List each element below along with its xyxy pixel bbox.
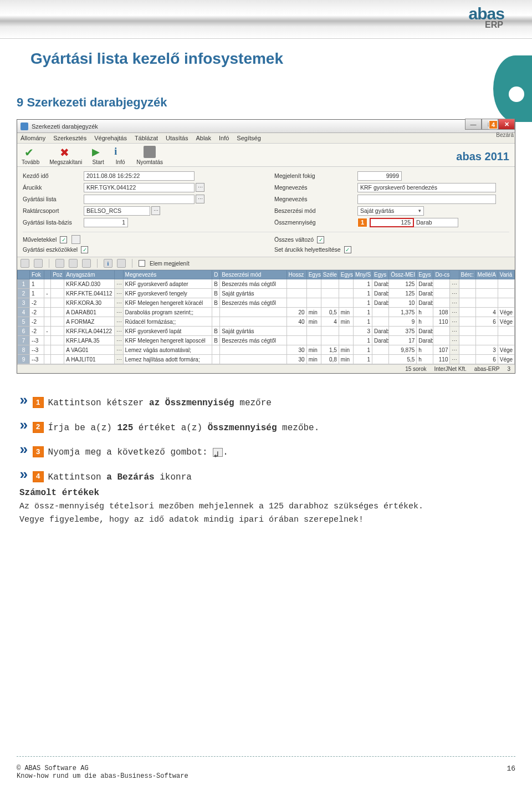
picker-cell[interactable]: ⋯ [450,355,459,364]
grid-header-cell[interactable] [18,271,30,279]
picker-cell[interactable]: ⋯ [450,279,459,289]
grid-header-cell[interactable]: Anyagszám [64,271,114,279]
picker-cell[interactable]: ⋯ [450,298,459,308]
grid-header-cell[interactable]: Do-cs [433,271,450,279]
menu-item[interactable]: Állomány [21,135,45,141]
grid-header-cell[interactable]: Hossz [287,271,306,279]
grid-header-cell[interactable]: Egys [417,271,433,279]
picker-cell[interactable]: ⋯ [114,279,123,289]
picker-cell[interactable]: ⋯ [114,289,123,298]
table-row[interactable]: 3-2KRF.KORA.30⋯KRF Melegen hengerelt kör… [18,298,515,308]
field-raktarcsoport[interactable]: BELSO_RCS [84,206,150,216]
grid-header-cell[interactable] [44,271,51,279]
row-number-cell[interactable]: 1 [18,279,30,289]
field-osszmennyiseg[interactable]: 125 [370,218,414,227]
grid-btn[interactable] [55,259,64,268]
grid-btn[interactable] [21,259,29,268]
grid-header-cell[interactable]: Mellé/A [475,271,498,279]
grid-header-cell[interactable] [114,271,123,279]
row-number-cell[interactable]: 8 [18,345,30,355]
table-row[interactable]: 21-KRF.FKTE.044112⋯KRF gyorskeverő tenge… [18,289,515,298]
picker-cell[interactable]: ⋯ [114,327,123,336]
table-row[interactable]: 6-2-KRF.FKLA.044122⋯KRF gyorskeverő lapá… [18,327,515,336]
menu-item[interactable]: Infó [219,135,229,141]
field-beszerzesi-mod[interactable]: Saját gyártás [357,206,424,216]
field-bazis[interactable]: 1 [84,218,128,227]
tool-cancel[interactable]: ✖Megszakítani [49,146,82,165]
picker-cell[interactable]: ⋯ [114,317,123,327]
row-number-cell[interactable]: 2 [18,289,30,298]
grid-btn[interactable] [69,259,78,268]
menu-item[interactable]: Szerkesztés [53,135,86,141]
table-row[interactable]: 7--3KRF.LAPA.35⋯KRF Melegen hengerelt la… [18,336,515,345]
picker-icon[interactable]: ⋯ [196,195,204,203]
menu-item[interactable]: Végrehajtás [94,135,127,141]
checkbox-osszes-valtozo[interactable]: ✓ [317,236,324,243]
grid-btn[interactable] [82,259,91,268]
grid-btn-info[interactable]: i [104,259,112,268]
row-number-cell[interactable]: 9 [18,355,30,364]
table-row[interactable]: 4-2A DARAB01⋯Darabolás program szerint;;… [18,308,515,317]
picker-icon[interactable]: ⋯ [196,183,204,192]
picker-cell[interactable]: ⋯ [114,298,123,308]
checkbox-eszkozokkel[interactable]: ✓ [81,246,88,253]
grid-header-cell[interactable]: Egys [306,271,321,279]
field-gyartasi-lista[interactable] [84,195,195,204]
tool-start[interactable]: ▶Start [92,146,104,165]
row-number-cell[interactable]: 3 [18,298,30,308]
grid-header-cell[interactable]: Megnevezés [123,271,212,279]
picker-cell[interactable]: ⋯ [450,327,459,336]
row-number-cell[interactable]: 6 [18,327,30,336]
grid-btn[interactable] [34,259,43,268]
picker-cell[interactable]: ⋯ [450,308,459,317]
menu-item[interactable]: Ablak [196,135,211,141]
table-row[interactable]: 11KRF.KAD.030⋯KRF gyorskeverő adapterBBe… [18,279,515,289]
grid-btn[interactable] [117,259,126,268]
grid-header-cell[interactable]: Egys [372,271,389,279]
checkbox-set-arucikk[interactable]: ✓ [344,246,351,253]
grid-header-cell[interactable]: Variá [498,271,514,279]
row-number-cell[interactable]: 5 [18,317,30,327]
picker-cell[interactable]: ⋯ [114,308,123,317]
field-arucikk[interactable]: KRF.TGYK.044122 [84,183,195,192]
window-titlebar[interactable]: Szerkezeti darabjegyzék — □ ✕ 4 [17,120,515,133]
picker-cell[interactable]: ⋯ [114,345,123,355]
menu-item[interactable]: Segítség [237,135,260,141]
field-megnevezes[interactable]: KRF gyorskeverő berendezés [357,183,496,192]
picker-cell[interactable]: ⋯ [114,336,123,345]
grid-header-cell[interactable]: Bérc: [459,271,475,279]
grid-header-cell[interactable]: Beszerzési mód [220,271,287,279]
picker-icon[interactable]: ⋯ [151,206,160,215]
field-megjelenit[interactable]: 9999 [357,171,402,181]
tool-print[interactable]: Nyomtatás [136,146,163,165]
grid-header-cell[interactable]: Poz [51,271,64,279]
close-button[interactable]: ✕ 4 [498,119,515,130]
menu-item[interactable]: Utasítás [166,135,188,141]
row-number-cell[interactable]: 7 [18,336,30,345]
grid-header-cell[interactable]: Mny/S [353,271,372,279]
checkbox-elem-megjelenit[interactable] [139,260,145,267]
picker-cell[interactable]: ⋯ [450,289,459,298]
picker-icon[interactable] [71,235,80,244]
field-megnevezes2[interactable] [357,195,496,204]
grid-header-cell[interactable]: Össz-MEI [389,271,417,279]
field-kezdo-ido[interactable]: 2011.08.08 16:25:22 [84,171,195,181]
tool-continue[interactable]: ✔Tovább [22,146,39,165]
picker-cell[interactable]: ⋯ [450,345,459,355]
checkbox-muveletekkel[interactable]: ✓ [60,236,67,243]
grid-header-cell[interactable]: Fok [30,271,44,279]
table-row[interactable]: 8--3A VAG01⋯Lemez vágás automatával;30mi… [18,345,515,355]
table-row[interactable]: 5-2A FORMAZ⋯Rúdacél formázása;;40min4min… [18,317,515,327]
table-row[interactable]: 9--3A HAJLIT01⋯Lemez hajlítása adott for… [18,355,515,364]
picker-cell[interactable]: ⋯ [450,317,459,327]
grid-header-cell[interactable]: Egys [339,271,353,279]
grid-header-cell[interactable]: Széle [321,271,339,279]
picker-cell[interactable]: ⋯ [114,355,123,364]
tool-info[interactable]: iInfó [114,146,126,165]
row-number-cell[interactable]: 4 [18,308,30,317]
minimize-button[interactable]: — [465,119,482,130]
grid-header-cell[interactable] [450,271,459,279]
menu-item[interactable]: Táblázat [135,135,158,141]
grid-header-cell[interactable]: D [212,271,220,279]
picker-cell[interactable]: ⋯ [450,336,459,345]
